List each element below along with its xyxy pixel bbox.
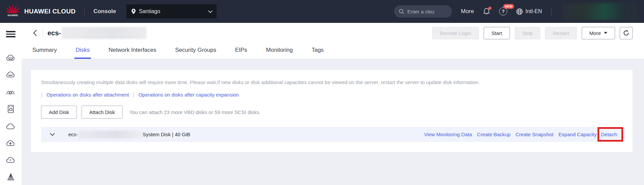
sidebar-item-image-service[interactable] [6,104,16,114]
redacted-disk-name [78,131,142,139]
sidebar-item-storage[interactable] [6,122,16,131]
detail-tabs: Summary Disks Network Interfaces Securit… [22,40,644,59]
tab-network-interfaces[interactable]: Network Interfaces [107,47,158,59]
sidebar-item-autoscaling[interactable] [6,87,16,96]
link-operations-after-expansion[interactable]: Operations on disks after capacity expan… [138,92,239,98]
view-monitoring-data-link[interactable]: View Monitoring Data [424,132,472,137]
location-pin-icon [131,8,136,14]
huawei-logo-text: HUAWEI [8,14,18,16]
cloud-icon [6,122,15,131]
new-badge: NEW [503,4,514,9]
help-button[interactable]: ? NEW [499,7,507,15]
header-divider [551,7,552,15]
cloud-upload-icon [6,139,15,147]
link-operations-after-attachment[interactable]: Operations on disks after attachment [46,92,129,98]
header-divider [84,7,85,15]
create-snapshot-link[interactable]: Create Snapshot [515,132,553,137]
huawei-logo-icon: HUAWEI [5,4,20,19]
search-input[interactable] [407,9,447,14]
disk-notice-text: Simultaneously creating multiple data di… [41,79,629,85]
sidebar-item-upload[interactable] [6,139,16,147]
tab-summary[interactable]: Summary [31,47,58,59]
header-more-menu[interactable]: More [461,8,474,15]
page-title: ecs- [47,29,61,37]
page-titlebar: ecs- Remote Login Start Stop Restart Mor… [22,23,644,40]
expand-capacity-link[interactable]: Expand Capacity [558,132,597,137]
language-selector[interactable]: Intl-EN [516,8,542,15]
disks-panel: Simultaneously creating multiple data di… [31,70,633,152]
sidebar-item-deploy[interactable] [6,156,16,164]
region-label: Santiago [139,8,206,14]
redacted-server-name [62,27,147,39]
prism-icon [6,173,15,182]
disk-detail: System Disk | 40 GiB [142,132,190,137]
header-search[interactable] [394,5,452,17]
globe-icon [516,8,523,15]
tab-tags[interactable]: Tags [310,47,325,59]
language-label: Intl-EN [525,8,542,14]
back-button[interactable] [30,29,39,37]
attach-disk-button[interactable]: Attach Disk [82,106,123,119]
refresh-icon [623,30,630,36]
brand[interactable]: HUAWEI HUAWEI CLOUD [5,4,75,19]
stop-button: Stop [515,27,541,39]
workspace: Simultaneously creating multiple data di… [22,59,644,185]
top-header: HUAWEI HUAWEI CLOUD Console Santiago Mor… [0,0,644,23]
start-button[interactable]: Start [484,27,510,39]
waves-icon [6,87,15,96]
tab-disks[interactable]: Disks [74,47,91,59]
restart-button: Restart [545,27,577,39]
region-selector[interactable]: Santiago [126,4,217,18]
tab-security-groups[interactable]: Security Groups [174,47,218,59]
refresh-button[interactable] [620,27,633,39]
notification-dot [488,7,491,10]
detach-link[interactable]: Detach [601,132,617,137]
notifications-button[interactable] [483,7,490,15]
tab-eips[interactable]: EIPs [234,47,249,59]
cloud-server-icon [6,54,15,62]
hamburger-menu[interactable] [6,31,15,37]
disk-buttons-row: Add Disk Attach Disk You can attach 23 m… [41,106,629,119]
sidebar-item-cloud-more[interactable] [6,71,16,79]
disk-name-prefix: ecs- [68,132,78,137]
create-backup-link[interactable]: Create Backup [477,132,510,137]
pipe-separator: | [41,92,42,98]
chevron-down-icon [208,9,213,13]
server-actions: Remote Login Start Stop Restart More [432,27,633,39]
help-links-row: | Operations on disks after attachment |… [41,92,629,98]
expand-chevron-icon[interactable] [50,132,55,137]
console-link[interactable]: Console [93,8,116,15]
title-divider [42,29,43,37]
caret-down-icon [604,32,607,34]
server-cloud-icon [7,104,15,114]
system-disk-row[interactable]: ecs- System Disk | 40 GiB View Monitorin… [41,127,625,142]
add-disk-button[interactable]: Add Disk [41,106,77,119]
disk-action-links: View Monitoring Data Create Backup Creat… [424,131,618,138]
highlight-box: Detach [598,127,623,142]
sidebar-item-ecs[interactable] [6,54,16,62]
pipe-separator: | [133,92,134,98]
cloud-pointer-icon [6,156,15,164]
service-sidebar [0,23,22,185]
search-icon [399,9,405,14]
brand-title: HUAWEI CLOUD [24,8,75,15]
more-actions-label: More [589,30,601,36]
tab-monitoring[interactable]: Monitoring [265,47,294,59]
attach-capacity-hint: You can attach 23 more VBD disks or 59 m… [129,109,261,115]
sidebar-item-prism[interactable] [6,173,16,182]
cloud-dots-icon [6,71,15,79]
remote-login-button: Remote Login [432,27,479,39]
more-actions-button[interactable]: More [582,27,615,39]
redacted-account-info [562,3,638,20]
